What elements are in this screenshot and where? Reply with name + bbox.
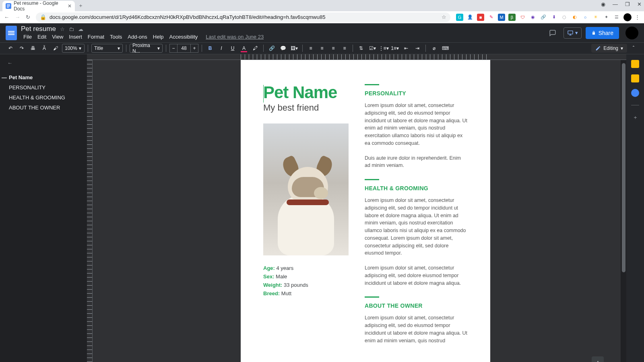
paragraph-style-dropdown[interactable]: Title▾ xyxy=(91,44,123,53)
account-avatar[interactable] xyxy=(625,27,638,39)
hide-menus-button[interactable]: ˆ xyxy=(629,43,638,53)
pet-photo[interactable] xyxy=(263,123,349,255)
document-canvas[interactable]: Pet Name My best friend Age: 4 years Sex… xyxy=(87,54,626,362)
clear-formatting-button[interactable]: ⌀ xyxy=(429,43,439,53)
calendar-icon[interactable] xyxy=(631,60,639,68)
extension-icon[interactable]: ○ xyxy=(582,14,589,21)
section-personality[interactable]: PERSONALITY Lorem ipsum dolor sit amet, … xyxy=(365,84,468,169)
extension-icon[interactable]: G xyxy=(456,14,463,21)
insert-link-button[interactable]: 🔗 xyxy=(267,43,277,53)
insert-image-button[interactable]: 🖼▾ xyxy=(289,43,299,53)
extension-icon[interactable]: M xyxy=(498,14,505,21)
checklist-button[interactable]: ☑▾ xyxy=(367,43,377,53)
add-addon-icon[interactable]: ＋ xyxy=(631,113,639,121)
menu-edit[interactable]: Edit xyxy=(35,33,49,41)
extension-icon[interactable]: 👤 xyxy=(466,14,474,21)
insert-comment-button[interactable]: 💬 xyxy=(278,43,288,53)
share-button[interactable]: Share xyxy=(586,27,619,39)
stat-row[interactable]: Age: 4 years xyxy=(263,265,349,271)
extension-icon[interactable]: ◉ xyxy=(529,14,537,21)
document-title[interactable]: Pet resume xyxy=(21,25,56,33)
increase-indent-button[interactable]: ⇥ xyxy=(413,43,422,53)
close-window-button[interactable]: ✕ xyxy=(637,1,642,7)
close-tab-icon[interactable]: ✕ xyxy=(68,3,72,9)
comments-button[interactable] xyxy=(546,26,559,40)
extension-icon[interactable]: 🔗 xyxy=(540,14,547,21)
extension-icon[interactable]: ⬇ xyxy=(550,14,557,21)
decrease-indent-button[interactable]: ⇤ xyxy=(401,43,411,53)
chrome-menu-icon[interactable]: ⋮ xyxy=(635,14,640,20)
cloud-status-icon[interactable]: ☁ xyxy=(78,26,83,32)
nav-back-button[interactable]: ← xyxy=(4,14,9,20)
horizontal-ruler[interactable] xyxy=(87,54,626,60)
font-size-value[interactable]: 48 xyxy=(178,44,190,53)
page-title[interactable]: Pet Name xyxy=(263,84,349,101)
docs-logo-icon[interactable] xyxy=(6,26,17,40)
font-dropdown[interactable]: Proxima N...▾ xyxy=(130,44,163,53)
reload-button[interactable]: ↻ xyxy=(26,14,30,20)
section-owner[interactable]: ABOUT THE OWNER Lorem ipsum dolor sit am… xyxy=(365,296,468,344)
undo-button[interactable]: ↶ xyxy=(6,43,15,53)
outline-item[interactable]: Pet Name xyxy=(7,72,83,82)
outline-back-icon[interactable]: ← xyxy=(7,60,83,66)
paint-format-button[interactable]: 🖌 xyxy=(51,43,60,53)
menu-insert[interactable]: Insert xyxy=(66,33,85,41)
address-bar[interactable]: 🔒 docs.google.com/document/d/1Ryd46Kcdbc… xyxy=(36,12,450,22)
menu-tools[interactable]: Tools xyxy=(107,33,124,41)
extensions-menu-icon[interactable]: ✦ xyxy=(603,14,610,21)
stat-row[interactable]: Weight: 33 pounds xyxy=(263,282,349,288)
browser-tab[interactable]: Pet resume - Google Docs ✕ xyxy=(2,1,75,11)
menu-addons[interactable]: Add-ons xyxy=(125,33,149,41)
numbered-list-button[interactable]: 1≡▾ xyxy=(390,43,400,53)
align-left-button[interactable]: ≡ xyxy=(306,43,316,53)
stat-row[interactable]: Sex: Male xyxy=(263,274,349,280)
font-size-control[interactable]: − 48 + xyxy=(169,44,198,53)
vertical-ruler[interactable] xyxy=(87,60,93,362)
menu-accessibility[interactable]: Accessibility xyxy=(167,33,200,41)
extension-icon[interactable]: β xyxy=(508,14,516,21)
section-health[interactable]: HEALTH & GROOMING Lorem ipsum dolor sit … xyxy=(365,179,468,287)
text-color-button[interactable]: A xyxy=(239,43,249,53)
menu-format[interactable]: Format xyxy=(85,33,107,41)
document-page[interactable]: Pet Name My best friend Age: 4 years Sex… xyxy=(241,60,490,362)
spellcheck-button[interactable]: Ă xyxy=(39,43,49,53)
reading-list-icon[interactable]: ☰ xyxy=(613,14,620,21)
star-icon[interactable]: ☆ xyxy=(60,26,65,32)
outline-item[interactable]: ABOUT THE OWNER xyxy=(7,103,83,113)
tasks-icon[interactable] xyxy=(631,89,639,97)
bold-button[interactable]: B xyxy=(205,43,215,53)
keep-icon[interactable] xyxy=(631,74,639,82)
scrollbar-thumb[interactable] xyxy=(622,63,625,272)
nav-forward-button[interactable]: → xyxy=(15,14,20,20)
zoom-dropdown[interactable]: 100%▾ xyxy=(62,44,85,53)
explore-button[interactable]: ✦ xyxy=(592,356,604,362)
extension-icon[interactable]: ☀ xyxy=(592,14,599,21)
page-subtitle[interactable]: My best friend xyxy=(263,103,349,113)
menu-file[interactable]: File xyxy=(21,33,34,41)
print-button[interactable]: 🖶 xyxy=(28,43,38,53)
stat-row[interactable]: Breed: Mutt xyxy=(263,290,349,296)
extension-icon[interactable]: ◐ xyxy=(571,14,578,21)
redo-button[interactable]: ↷ xyxy=(17,43,27,53)
line-spacing-button[interactable]: ⇅ xyxy=(356,43,366,53)
outline-item[interactable]: HEALTH & GROOMING xyxy=(7,93,83,103)
font-size-increase[interactable]: + xyxy=(190,44,198,53)
bulleted-list-button[interactable]: ⋮≡▾ xyxy=(379,43,388,53)
present-button[interactable]: ▾ xyxy=(564,27,582,39)
extension-icon[interactable]: ✎ xyxy=(487,14,495,21)
menu-help[interactable]: Help xyxy=(151,33,166,41)
bookmark-star-icon[interactable]: ☆ xyxy=(442,14,446,20)
extension-icon[interactable]: ◌ xyxy=(561,14,568,21)
extension-icon[interactable]: 🛡 xyxy=(519,14,526,21)
profile-avatar[interactable] xyxy=(623,13,632,21)
underline-button[interactable]: U xyxy=(228,43,237,53)
move-icon[interactable]: 🗀 xyxy=(69,26,74,32)
menu-view[interactable]: View xyxy=(50,33,66,41)
vertical-scrollbar[interactable] xyxy=(621,60,626,362)
align-center-button[interactable]: ≡ xyxy=(317,43,327,53)
maximize-button[interactable]: ❐ xyxy=(625,1,630,7)
outline-item[interactable]: PERSONALITY xyxy=(7,82,83,93)
last-edit-link[interactable]: Last edit was on June 23 xyxy=(203,33,266,41)
font-size-decrease[interactable]: − xyxy=(169,44,178,53)
new-tab-button[interactable]: ＋ xyxy=(75,0,86,11)
